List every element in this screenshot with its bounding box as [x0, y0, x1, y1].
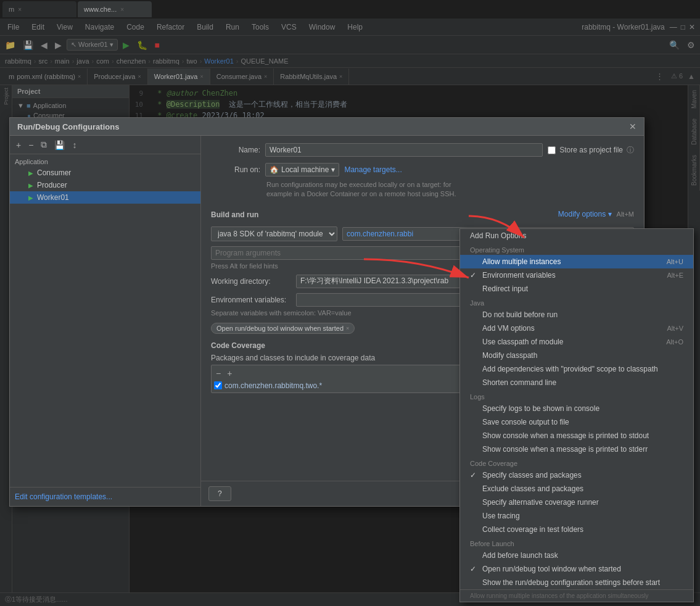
- config-copy-btn[interactable]: ⧉: [38, 138, 49, 151]
- dropdown-env-vars[interactable]: ✓ Environment variables Alt+E: [460, 268, 693, 282]
- dialog-left-panel: + − ⧉ 💾 ↕ Application ▶ Consumer ▶ Produ…: [10, 136, 201, 506]
- dropdown-menu: Add Run Options Operating System Allow m…: [459, 228, 694, 602]
- dropdown-add-before-launch[interactable]: Add before launch task: [460, 549, 693, 562]
- dropdown-no-build[interactable]: Do not build before run: [460, 308, 693, 322]
- config-section-application: Application: [10, 157, 200, 167]
- store-label: Store as project file: [559, 146, 623, 154]
- dropdown-redirect-input[interactable]: Redirect input: [460, 282, 693, 296]
- run-description: Run configurations may be executed local…: [266, 180, 634, 199]
- config-item-producer[interactable]: ▶ Producer: [10, 179, 200, 191]
- name-row: Name: Store as project file ⓘ: [211, 143, 634, 157]
- name-input[interactable]: [265, 143, 543, 157]
- config-tree: Application ▶ Consumer ▶ Producer ▶ Work…: [10, 154, 200, 487]
- consumer-run-icon: ▶: [28, 170, 33, 176]
- run-on-select[interactable]: 🏠 Local machine ▾: [265, 163, 339, 176]
- config-item-worker01[interactable]: ▶ Worker01: [10, 191, 200, 204]
- manage-targets-link[interactable]: Manage targets...: [344, 165, 401, 174]
- store-checkbox-row: Store as project file ⓘ: [548, 145, 634, 156]
- producer-run-icon: ▶: [28, 182, 33, 189]
- dropdown-show-settings-before-start[interactable]: Show the run/debug configuration setting…: [460, 576, 693, 589]
- config-sort-btn[interactable]: ↕: [70, 139, 79, 151]
- worker01-run-icon: ▶: [28, 194, 33, 201]
- dropdown-specify-logs[interactable]: Specify logs to be shown in console: [460, 402, 693, 415]
- store-info-icon[interactable]: ⓘ: [627, 145, 634, 156]
- sdk-select[interactable]: java 8 SDK of 'rabbitmq' module: [211, 226, 337, 241]
- dropdown-before-launch-section: Before Launch: [460, 536, 693, 549]
- dropdown-java-section: Java: [460, 296, 693, 308]
- build-run-label: Build and run: [211, 210, 258, 219]
- modify-shortcut: Alt+M: [617, 210, 634, 218]
- store-checkbox[interactable]: [548, 146, 556, 154]
- run-on-row: Run on: 🏠 Local machine ▾ Manage targets…: [211, 163, 634, 176]
- working-dir-label: Working directory:: [211, 277, 291, 286]
- coverage-add-btn[interactable]: +: [225, 368, 234, 379]
- dropdown-modify-classpath[interactable]: Modify classpath: [460, 349, 693, 362]
- dialog-title: Run/Debug Configurations: [17, 122, 629, 131]
- dropdown-add-run-options[interactable]: Add Run Options: [460, 229, 693, 243]
- dropdown-use-tracing[interactable]: Use tracing: [460, 509, 693, 523]
- dropdown-add-vm[interactable]: Add VM options Alt+V: [460, 322, 693, 335]
- config-save-btn[interactable]: 💾: [52, 139, 67, 151]
- dialog-close-btn[interactable]: ✕: [629, 122, 636, 131]
- dropdown-test-folders[interactable]: Collect coverage in test folders: [460, 523, 693, 536]
- config-item-consumer[interactable]: ▶ Consumer: [10, 167, 200, 179]
- dropdown-logs-section: Logs: [460, 389, 693, 402]
- dialog-titlebar: Run/Debug Configurations ✕: [10, 118, 644, 136]
- name-label: Name:: [211, 146, 260, 154]
- coverage-remove-btn[interactable]: −: [214, 368, 223, 379]
- help-btn[interactable]: ?: [208, 486, 231, 501]
- open-tool-window-chip[interactable]: Open run/debug tool window when started …: [211, 323, 355, 334]
- dropdown-exclude-classes[interactable]: Exclude classes and packages: [460, 482, 693, 496]
- dropdown-os-section: Operating System: [460, 243, 693, 255]
- dropdown-save-console[interactable]: Save console output to file: [460, 415, 693, 429]
- modify-options-btn[interactable]: Modify options ▾: [558, 210, 612, 218]
- config-add-btn[interactable]: +: [14, 139, 23, 151]
- dropdown-add-deps[interactable]: Add dependencies with "provided" scope t…: [460, 362, 693, 376]
- chip-close-icon[interactable]: ×: [346, 325, 349, 331]
- dropdown-alt-runner[interactable]: Specify alternative coverage runner: [460, 496, 693, 509]
- dropdown-code-coverage-section: Code Coverage: [460, 456, 693, 468]
- env-vars-label: Environment variables:: [211, 296, 291, 304]
- dropdown-open-tool-window[interactable]: ✓ Open run/debug tool window when starte…: [460, 562, 693, 576]
- dropdown-shorten-cmdline[interactable]: Shorten command line: [460, 376, 693, 389]
- dropdown-show-stderr[interactable]: Show console when a message is printed t…: [460, 442, 693, 456]
- dropdown-allow-multiple[interactable]: Allow multiple instances Alt+U: [460, 255, 693, 268]
- dropdown-specify-classes[interactable]: ✓ Specify classes and packages: [460, 468, 693, 482]
- config-remove-btn[interactable]: −: [26, 139, 36, 151]
- dropdown-classpath-module[interactable]: Use classpath of module Alt+O: [460, 335, 693, 349]
- dialog-left-toolbar: + − ⧉ 💾 ↕: [10, 136, 200, 154]
- coverage-pkg-checkbox[interactable]: [214, 381, 222, 389]
- run-on-label: Run on:: [211, 165, 260, 174]
- dropdown-footer-text: Allow running multiple instances of the …: [460, 589, 693, 602]
- dropdown-show-stdout[interactable]: Show console when a message is printed t…: [460, 429, 693, 442]
- build-run-header: Build and run Modify options ▾ Alt+M: [211, 205, 634, 223]
- edit-templates-link[interactable]: Edit configuration templates...: [15, 492, 112, 501]
